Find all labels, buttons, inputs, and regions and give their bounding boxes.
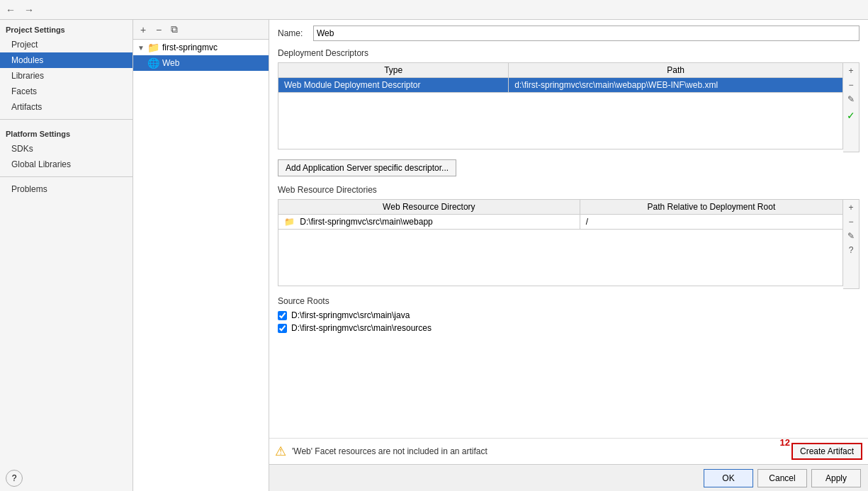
web-resource-title: Web Resource Directories [278, 185, 859, 195]
name-input[interactable] [313, 26, 859, 41]
resource-dir-cell: 📁 D:\first-springmvc\src\main\webapp [278, 215, 580, 230]
deployment-type-cell: Web Module Deployment Descriptor [278, 78, 509, 93]
deployment-add-btn[interactable]: + [845, 64, 857, 77]
add-descriptor-button[interactable]: Add Application Server specific descript… [278, 159, 456, 176]
name-row: Name: [278, 26, 859, 41]
platform-settings-header: Platform Settings [0, 124, 133, 141]
tree-item-label: first-springmvc [162, 43, 218, 52]
source-root-0-checkbox[interactable] [278, 311, 287, 320]
type-column-header: Type [278, 63, 509, 78]
resource-path-cell: / [580, 215, 842, 230]
resource-add-btn[interactable]: + [845, 201, 857, 214]
project-settings-header: Project Settings [0, 20, 133, 37]
resource-help-btn[interactable]: ? [845, 244, 857, 256]
deployment-edit-btn[interactable]: ✎ [845, 93, 857, 106]
dialog-bottom: OK Cancel Apply [269, 464, 868, 491]
resource-row-0[interactable]: 📁 D:\first-springmvc\src\main\webapp / [278, 215, 843, 230]
sidebar-item-libraries[interactable]: Libraries [0, 68, 133, 84]
web-icon: 🌐 [147, 57, 159, 69]
resource-path-header: Path Relative to Deployment Root [580, 200, 842, 215]
resource-edit-btn[interactable]: ✎ [845, 230, 857, 242]
resource-table: Web Resource Directory Path Relative to … [278, 199, 843, 286]
name-label: Name: [278, 28, 309, 38]
tree-item-first-springmvc[interactable]: ▼ 📁 first-springmvc [133, 40, 269, 55]
deployment-path-cell: d:\first-springmvc\src\main\webapp\WEB-I… [509, 78, 843, 93]
source-roots-title: Source Roots [278, 296, 859, 306]
resource-table-wrapper: Web Resource Directory Path Relative to … [278, 199, 843, 289]
sidebar-item-sdks[interactable]: SDKs [0, 141, 133, 157]
source-root-1-row: D:\first-springmvc\src\main\resources [278, 323, 859, 333]
sidebar-item-global-libraries[interactable]: Global Libraries [0, 157, 133, 172]
web-resource-table-section: Web Resource Directory Path Relative to … [278, 199, 859, 289]
deployment-row-0[interactable]: Web Module Deployment Descriptor d:\firs… [278, 78, 843, 93]
source-root-1-checkbox[interactable] [278, 324, 287, 333]
main-layout: Project Settings Project Modules Librari… [0, 20, 868, 491]
cancel-button[interactable]: Cancel [757, 469, 807, 487]
deployment-check-icon: ✓ [847, 110, 855, 121]
path-column-header: Path [509, 63, 843, 78]
sidebar-item-project[interactable]: Project [0, 37, 133, 52]
source-root-0-row: D:\first-springmvc\src\main\java [278, 310, 859, 320]
deployment-remove-btn[interactable]: − [845, 79, 857, 91]
apply-button[interactable]: Apply [811, 469, 861, 487]
ok-button[interactable]: OK [704, 469, 753, 487]
forward-button[interactable]: → [21, 2, 37, 18]
warning-icon: ⚠ [275, 444, 286, 459]
tree-remove-button[interactable]: − [152, 23, 166, 37]
deployment-descriptors-table-section: Type Path Web Module Deployment Descript… [278, 62, 859, 152]
tree-item-web[interactable]: 🌐 Web [133, 55, 269, 71]
step-number: 12 [780, 437, 790, 448]
module-folder-icon: 📁 [147, 42, 159, 53]
resource-side-actions: + − ✎ ? [843, 199, 859, 289]
warning-text: 'Web' Facet resources are not included i… [292, 446, 786, 456]
sidebar-item-problems[interactable]: Problems [0, 181, 133, 197]
resource-remove-btn[interactable]: − [845, 215, 857, 228]
top-toolbar: ← → [0, 0, 868, 20]
sidebar-item-artifacts[interactable]: Artifacts [0, 99, 133, 115]
deployment-side-actions: + − ✎ ✓ [843, 62, 859, 152]
resource-dir-value: D:\first-springmvc\src\main\webapp [300, 217, 432, 227]
tree-toolbar: + − ⧉ [133, 20, 269, 40]
source-root-1-label: D:\first-springmvc\src\main\resources [291, 323, 432, 333]
tree-add-button[interactable]: + [136, 23, 150, 37]
deployment-table: Type Path Web Module Deployment Descript… [278, 62, 843, 149]
create-artifact-button[interactable]: Create Artifact [791, 443, 862, 460]
tree-panel: + − ⧉ ▼ 📁 first-springmvc 🌐 Web [133, 20, 269, 491]
expand-arrow: ▼ [137, 44, 145, 52]
sidebar: Project Settings Project Modules Librari… [0, 20, 133, 491]
sidebar-divider2 [0, 176, 133, 177]
resource-dir-icon: 📁 [284, 217, 295, 227]
sidebar-item-facets[interactable]: Facets [0, 84, 133, 99]
warning-bar: ⚠ 'Web' Facet resources are not included… [269, 438, 868, 464]
deployment-table-wrapper: Type Path Web Module Deployment Descript… [278, 62, 843, 152]
sidebar-help-button[interactable]: ? [6, 470, 23, 487]
content-panel: Name: Deployment Descriptors Type Path [269, 20, 868, 438]
sidebar-item-modules[interactable]: Modules [0, 52, 133, 68]
deployment-descriptors-title: Deployment Descriptors [278, 48, 859, 58]
sidebar-divider [0, 119, 133, 120]
source-root-0-label: D:\first-springmvc\src\main\java [291, 310, 410, 320]
tree-item-web-label: Web [162, 58, 179, 68]
resource-dir-header: Web Resource Directory [278, 200, 580, 215]
back-button[interactable]: ← [3, 2, 18, 18]
tree-copy-button[interactable]: ⧉ [167, 23, 181, 37]
